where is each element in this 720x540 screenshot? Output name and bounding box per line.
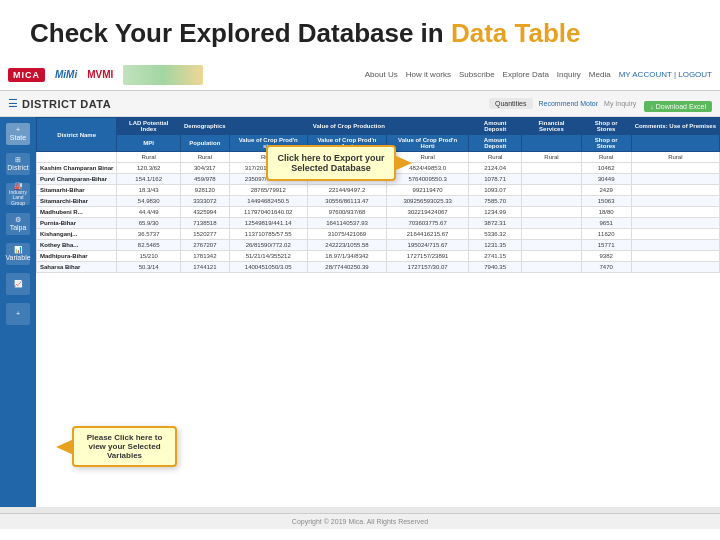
app-screenshot: MICA MiMi MVMI About Us How it works Sub… (0, 59, 720, 529)
sub-comments (631, 135, 719, 152)
logo-mica: MICA (8, 68, 45, 82)
sidebar-item-industry[interactable]: 🏭 Industry Land Group (6, 183, 30, 205)
map-thumbnail (123, 65, 203, 85)
col-shops: Shop or Stores (581, 118, 631, 135)
table-row: Sitamarhi-Bihar 18.3/43 928120 28765/799… (37, 185, 720, 196)
district-actions: Quantities Recommend Motor My Inquiry (489, 98, 636, 109)
inner-body: + State ⊞ District 🏭 Industry Land Group… (0, 117, 720, 507)
inner-top-bar: MICA MiMi MVMI About Us How it works Sub… (0, 59, 720, 91)
nav-about[interactable]: About Us (365, 70, 398, 79)
table-row: Kishanganj... 36.5737 1520277 113710785/… (37, 229, 720, 240)
quantities-button[interactable]: Quantities (489, 98, 533, 109)
sub-mpi: MPI (117, 135, 181, 152)
sub-crop-horti: Value of Crop Prod'n Horti (387, 135, 469, 152)
table-row: Kothey Bha... 82.5465 2767207 26/81590/7… (37, 240, 720, 251)
sidebar-item-state[interactable]: + State (6, 123, 30, 145)
table-row: Madhipura-Bihar 15/210 1781342 51/21/14/… (37, 251, 720, 262)
sidebar-item-variable[interactable]: 📊 Variable (6, 243, 30, 265)
sub-amount: Amount Deposit (468, 135, 521, 152)
district-header: ☰ DISTRICT DATA Quantities Recommend Mot… (0, 91, 720, 117)
col-district-name: District Name (37, 118, 117, 152)
sub-population: Population (180, 135, 229, 152)
col-demographics: Demographics (180, 118, 229, 135)
callout-export[interactable]: Click here to Export your Selected Datab… (266, 145, 396, 181)
sidebar-item-district[interactable]: ⊞ District (6, 153, 30, 175)
logo-mimi: MiMi (55, 69, 77, 80)
callout-variables[interactable]: Please Click here to view your Selected … (72, 426, 177, 467)
table-row: Saharsa Bihar 50.3/14 1744121 1400451050… (37, 262, 720, 273)
rural-label-1 (37, 152, 117, 163)
nav-inquiry[interactable]: Inquiry (557, 70, 581, 79)
motor-link[interactable]: Recommend Motor (539, 100, 599, 107)
table-row: Madhubeni R... 44.4/49 4325994 117970401… (37, 207, 720, 218)
my-inquiry-link[interactable]: My Inquiry (604, 100, 636, 107)
copyright-text: Copyright © 2019 Mica. All Rights Reserv… (292, 518, 428, 525)
inner-footer: Copyright © 2019 Mica. All Rights Reserv… (0, 513, 720, 529)
col-lad: LAD Potential Index (117, 118, 181, 135)
inner-table-area: District Name LAD Potential Index Demogr… (36, 117, 720, 507)
data-table: District Name LAD Potential Index Demogr… (36, 117, 720, 273)
sub-shops: Shop or Stores (581, 135, 631, 152)
nav-media[interactable]: Media (589, 70, 611, 79)
rural-label-10: Rural (631, 152, 719, 163)
inner-nav: About Us How it works Subscribe Explore … (365, 70, 712, 79)
table-row: Sitamarchi-Bihar 54.9830 3333072 1449468… (37, 196, 720, 207)
page-title: Check Your Explored Database in Data Tab… (30, 18, 690, 49)
main-content: MICA MiMi MVMI About Us How it works Sub… (0, 59, 720, 529)
sidebar-item-talpa[interactable]: ⚙ Talpa (6, 213, 30, 235)
nav-subscribe[interactable]: Subscribe (459, 70, 495, 79)
nav-account[interactable]: MY ACCOUNT | LOGOUT (619, 70, 712, 79)
col-value-crop: Value of Crop Production (229, 118, 468, 135)
rural-label-9: Rural (581, 152, 631, 163)
nav-explore[interactable]: Explore Data (503, 70, 549, 79)
col-amount-deposit: Amount Deposit (468, 118, 521, 135)
district-title: DISTRICT DATA (22, 98, 111, 110)
inner-sidebar: + State ⊞ District 🏭 Industry Land Group… (0, 117, 36, 507)
col-comments: Comments: Use of Premises (631, 118, 719, 135)
hamburger-icon[interactable]: ☰ (8, 97, 18, 110)
download-excel-button[interactable]: ↓ Download Excel (644, 101, 712, 112)
logo-mvmi: MVMI (87, 69, 113, 80)
sidebar-item-extra1[interactable]: 📈 (6, 273, 30, 295)
rural-label-7: Rural (468, 152, 521, 163)
rural-label-3: Rural (180, 152, 229, 163)
rural-label-8: Rural (522, 152, 581, 163)
nav-how[interactable]: How it works (406, 70, 451, 79)
page-header: Check Your Explored Database in Data Tab… (0, 0, 720, 59)
sidebar-item-extra2[interactable]: + (6, 303, 30, 325)
col-financial: Financial Services (522, 118, 581, 135)
sub-financial (522, 135, 581, 152)
rural-label-2: Rural (117, 152, 181, 163)
table-row: Purnia-Bihar 65.9/30 7138518 12549819/44… (37, 218, 720, 229)
